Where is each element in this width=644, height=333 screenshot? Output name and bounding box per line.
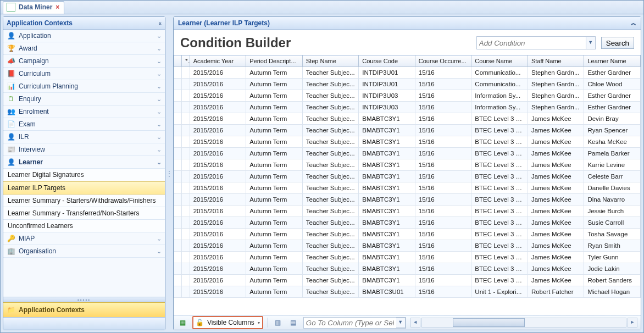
column-header[interactable]: Course Name bbox=[471, 56, 528, 67]
row-star-cell[interactable] bbox=[182, 217, 190, 229]
sidebar-header[interactable]: Application Contexts « bbox=[3, 17, 165, 30]
sidebar-item-learner[interactable]: 👤Learner⌄ bbox=[3, 156, 165, 169]
sidebar-subitem[interactable]: Learner ILP Targets bbox=[3, 181, 165, 195]
sidebar-item-enquiry[interactable]: 🗒Enquiry⌄ bbox=[3, 93, 165, 106]
vertical-splitter[interactable]: ⋮ bbox=[168, 16, 171, 330]
row-star-cell[interactable] bbox=[182, 171, 190, 182]
row-selector[interactable] bbox=[174, 136, 182, 148]
column-header[interactable]: * bbox=[182, 56, 190, 67]
row-star-cell[interactable] bbox=[182, 148, 190, 159]
row-star-cell[interactable] bbox=[182, 159, 190, 171]
sidebar-item-award[interactable]: 🏆Award⌄ bbox=[3, 42, 165, 55]
row-selector[interactable] bbox=[174, 194, 182, 206]
column-header[interactable]: Course Occurre... bbox=[415, 56, 471, 67]
column-header[interactable]: Course Code bbox=[359, 56, 415, 67]
row-selector[interactable] bbox=[174, 217, 182, 229]
row-selector[interactable] bbox=[174, 263, 182, 275]
row-star-cell[interactable] bbox=[182, 194, 190, 206]
row-star-cell[interactable] bbox=[182, 252, 190, 263]
add-condition-input[interactable] bbox=[476, 36, 586, 49]
row-selector[interactable] bbox=[174, 90, 182, 102]
scroll-left-arrow[interactable]: ◄ bbox=[410, 318, 420, 328]
sidebar-subitem[interactable]: Learner Summary - Transferred/Non-Starte… bbox=[3, 207, 165, 220]
table-row[interactable]: 2015/2016Autumn TermTeacher Subjec...BMA… bbox=[174, 229, 641, 240]
sidebar-subitem[interactable]: Learner Summary - Starters/Withdrawals/F… bbox=[3, 195, 165, 207]
column-header[interactable]: Step Name bbox=[302, 56, 359, 67]
table-row[interactable]: 2015/2016Autumn TermTeacher Subjec...BMA… bbox=[174, 113, 641, 125]
add-condition-dropdown[interactable]: ▼ bbox=[586, 36, 596, 49]
sidebar-item-miap[interactable]: 🔑MIAP⌄ bbox=[3, 232, 165, 245]
close-icon[interactable]: × bbox=[55, 3, 59, 11]
sidebar-item-application[interactable]: 👤Application⌄ bbox=[3, 30, 165, 42]
scroll-thumb[interactable] bbox=[453, 318, 525, 327]
table-row[interactable]: 2015/2016Autumn TermTeacher Subjec...BMA… bbox=[174, 136, 641, 148]
table-row[interactable]: 2015/2016Autumn TermTeacher Subjec...BMA… bbox=[174, 159, 641, 171]
row-selector[interactable] bbox=[174, 67, 182, 79]
row-star-cell[interactable] bbox=[182, 79, 190, 90]
row-star-cell[interactable] bbox=[182, 286, 190, 298]
row-star-cell[interactable] bbox=[182, 67, 190, 79]
row-selector[interactable] bbox=[174, 113, 182, 125]
sidebar-item-curriculum[interactable]: 📕Curriculum⌄ bbox=[3, 68, 165, 80]
row-selector[interactable] bbox=[174, 102, 182, 113]
row-selector[interactable] bbox=[174, 229, 182, 240]
row-selector[interactable] bbox=[174, 286, 182, 298]
row-selector[interactable] bbox=[174, 252, 182, 263]
sidebar-item-campaign[interactable]: 📣Campaign⌄ bbox=[3, 55, 165, 68]
table-row[interactable]: 2015/2016Autumn TermTeacher Subjec...INT… bbox=[174, 102, 641, 113]
goto-column-input[interactable] bbox=[304, 319, 396, 327]
row-selector[interactable] bbox=[174, 171, 182, 182]
table-row[interactable]: 2015/2016Autumn TermTeacher Subjec...BMA… bbox=[174, 182, 641, 194]
columns-icon[interactable]: ▥ bbox=[273, 317, 284, 328]
row-star-cell[interactable] bbox=[182, 113, 190, 125]
table-row[interactable]: 2015/2016Autumn TermTeacher Subjec...INT… bbox=[174, 79, 641, 90]
scroll-right-arrow[interactable]: ► bbox=[628, 318, 637, 328]
row-star-cell[interactable] bbox=[182, 206, 190, 217]
table-row[interactable]: 2015/2016Autumn TermTeacher Subjec...BMA… bbox=[174, 275, 641, 286]
table-row[interactable]: 2015/2016Autumn TermTeacher Subjec...BMA… bbox=[174, 252, 641, 263]
row-star-cell[interactable] bbox=[182, 125, 190, 136]
row-selector[interactable] bbox=[174, 125, 182, 136]
column-header[interactable]: Academic Year bbox=[190, 56, 246, 67]
layout-icon[interactable]: ▤ bbox=[288, 317, 299, 328]
search-button[interactable]: Search bbox=[601, 37, 634, 49]
table-row[interactable]: 2015/2016Autumn TermTeacher Subjec...BMA… bbox=[174, 217, 641, 229]
row-selector[interactable] bbox=[174, 148, 182, 159]
row-selector[interactable] bbox=[174, 79, 182, 90]
sidebar-splitter[interactable]: ••••• bbox=[3, 297, 165, 302]
horizontal-scrollbar[interactable]: ◄ ► bbox=[410, 318, 637, 328]
column-header[interactable]: Learner Name bbox=[584, 56, 641, 67]
row-star-cell[interactable] bbox=[182, 263, 190, 275]
chevron-down-icon[interactable]: ▼ bbox=[396, 318, 406, 328]
row-star-cell[interactable] bbox=[182, 229, 190, 240]
row-selector[interactable] bbox=[174, 206, 182, 217]
sidebar-footer-button[interactable]: 📁 Application Contexts bbox=[3, 302, 165, 317]
row-star-cell[interactable] bbox=[182, 102, 190, 113]
table-row[interactable]: 2015/2016Autumn TermTeacher Subjec...BMA… bbox=[174, 240, 641, 252]
table-row[interactable]: 2015/2016Autumn TermTeacher Subjec...BMA… bbox=[174, 194, 641, 206]
visible-columns-button[interactable]: 🔓 Visible Columns ▾ bbox=[192, 316, 263, 329]
row-star-cell[interactable] bbox=[182, 136, 190, 148]
column-header[interactable]: Period Descript... bbox=[246, 56, 303, 67]
sidebar-item-organisation[interactable]: 🏢Organisation⌄ bbox=[3, 245, 165, 258]
table-row[interactable]: 2015/2016Autumn TermTeacher Subjec...BMA… bbox=[174, 148, 641, 159]
row-selector[interactable] bbox=[174, 275, 182, 286]
row-star-cell[interactable] bbox=[182, 240, 190, 252]
row-selector[interactable] bbox=[174, 240, 182, 252]
table-row[interactable]: 2015/2016Autumn TermTeacher Subjec...BMA… bbox=[174, 206, 641, 217]
goto-column-combo[interactable]: ▼ bbox=[303, 317, 406, 329]
tab-data-miner[interactable]: Data Miner × bbox=[3, 1, 64, 14]
row-star-cell[interactable] bbox=[182, 182, 190, 194]
sidebar-item-exam[interactable]: 📄Exam⌄ bbox=[3, 118, 165, 131]
sidebar-subitem[interactable]: Unconfirmed Learners bbox=[3, 220, 165, 232]
row-selector[interactable] bbox=[174, 182, 182, 194]
row-selector[interactable] bbox=[174, 159, 182, 171]
table-row[interactable]: 2015/2016Autumn TermTeacher Subjec...BMA… bbox=[174, 263, 641, 275]
table-row[interactable]: 2015/2016Autumn TermTeacher Subjec...INT… bbox=[174, 90, 641, 102]
sidebar-subitem[interactable]: Learner Digital Signatures bbox=[3, 169, 165, 181]
row-selector-header[interactable] bbox=[174, 56, 182, 67]
scroll-track[interactable] bbox=[421, 318, 626, 328]
table-row[interactable]: 2015/2016Autumn TermTeacher Subjec...BMA… bbox=[174, 125, 641, 136]
table-row[interactable]: 2015/2016Autumn TermTeacher Subjec...BMA… bbox=[174, 286, 641, 298]
row-star-cell[interactable] bbox=[182, 275, 190, 286]
